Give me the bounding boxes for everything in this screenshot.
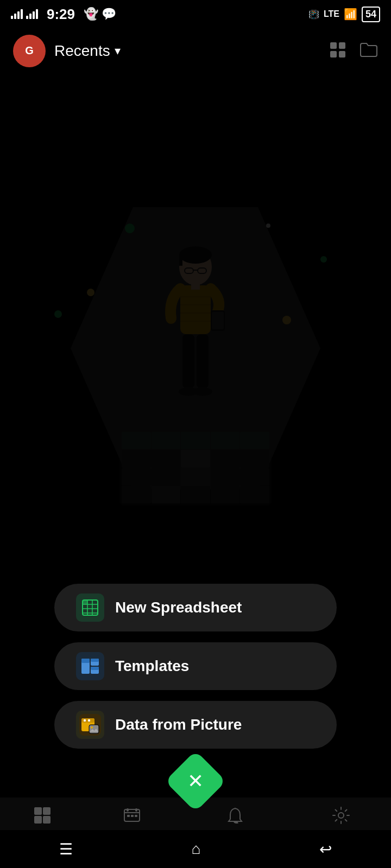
places-icon (123, 806, 141, 828)
new-spreadsheet-icon (76, 593, 104, 622)
recents-label: Recents (54, 42, 110, 60)
svg-rect-54 (127, 815, 130, 817)
data-from-picture-label: Data from Picture (115, 716, 242, 733)
spreadsheet-icon-svg (79, 597, 101, 618)
settings-icon (332, 806, 350, 828)
folder-button[interactable] (360, 41, 378, 61)
grid-view-button[interactable] (329, 41, 346, 61)
snapchat-icon: 👻 (84, 7, 98, 21)
svg-rect-42 (84, 719, 86, 722)
svg-rect-36 (91, 659, 99, 662)
places-icon-svg (123, 806, 141, 825)
svg-point-57 (338, 813, 344, 818)
data-from-picture-icon (76, 711, 104, 739)
svg-text:G: G (25, 44, 34, 56)
folder-icon (360, 41, 378, 59)
app-header: G Recents ▾ (0, 28, 391, 74)
close-icon: ✕ (187, 771, 204, 791)
signal-bars-1 (11, 9, 23, 19)
header-right (329, 41, 378, 61)
status-bar: 9:29 👻 💬 📳 LTE 📶 54 (0, 0, 391, 28)
templates-button[interactable]: Templates (54, 642, 337, 690)
files-icon (33, 806, 52, 828)
data-picture-icon-svg (79, 714, 101, 736)
new-spreadsheet-button[interactable]: New Spreadsheet (54, 584, 337, 631)
lte-indicator: LTE (324, 9, 339, 19)
svg-rect-52 (127, 808, 129, 812)
chevron-down-icon: ▾ (115, 44, 121, 58)
settings-icon-svg (332, 806, 350, 825)
svg-rect-31 (83, 600, 87, 604)
status-right: 📳 LTE 📶 54 (308, 7, 380, 22)
svg-rect-2 (330, 42, 337, 49)
avatar-image: G (16, 38, 42, 64)
home-button[interactable]: ⌂ (192, 840, 201, 858)
svg-rect-34 (81, 659, 90, 663)
templates-icon (76, 652, 104, 680)
svg-rect-38 (91, 667, 99, 670)
fab-menu: New Spreadsheet Templates (0, 584, 391, 749)
svg-rect-3 (339, 42, 345, 49)
main-content: There are no recent spreadsheets. New Sp… (0, 28, 391, 868)
notification-icon (226, 806, 244, 828)
header-left: G Recents ▾ (13, 35, 121, 67)
recents-dropdown[interactable]: Recents ▾ (54, 42, 121, 60)
svg-point-46 (91, 726, 93, 729)
svg-rect-55 (131, 815, 134, 817)
signal-bars-2 (26, 9, 38, 19)
status-left: 9:29 👻 💬 (11, 6, 116, 23)
svg-rect-50 (43, 816, 51, 824)
files-icon-svg (33, 806, 52, 825)
battery-indicator: 54 (362, 7, 380, 22)
new-spreadsheet-label: New Spreadsheet (115, 599, 242, 616)
avatar[interactable]: G (13, 35, 46, 67)
grid-icon (329, 41, 346, 59)
templates-icon-svg (79, 655, 101, 677)
notification-icon-svg (226, 806, 244, 825)
back-button[interactable]: ↩ (319, 840, 332, 858)
messenger-icon: 💬 (102, 7, 116, 21)
time-display: 9:29 (47, 6, 75, 23)
templates-label: Templates (115, 658, 189, 675)
hamburger-button[interactable]: ☰ (59, 840, 73, 858)
wifi-icon: 📶 (344, 8, 357, 21)
svg-rect-53 (135, 808, 137, 812)
svg-rect-48 (43, 807, 51, 815)
data-from-picture-button[interactable]: Data from Picture (54, 701, 337, 749)
svg-rect-5 (339, 51, 345, 58)
system-nav: ☰ ⌂ ↩ (0, 830, 391, 868)
vibrate-icon: 📳 (308, 9, 319, 20)
svg-rect-56 (135, 815, 137, 817)
svg-rect-49 (34, 816, 42, 824)
svg-rect-4 (330, 51, 337, 58)
svg-rect-47 (34, 807, 42, 815)
svg-rect-43 (88, 719, 90, 722)
